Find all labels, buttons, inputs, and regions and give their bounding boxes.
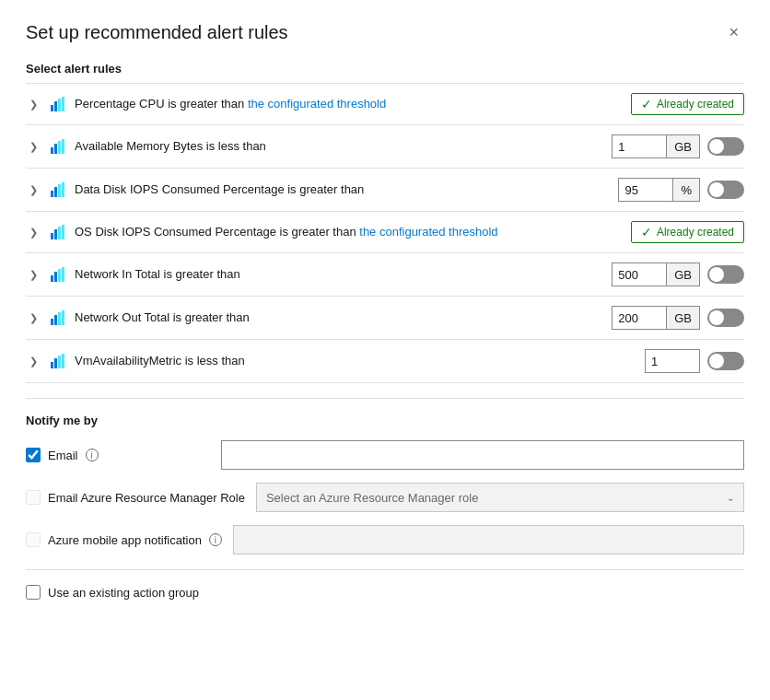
email-input[interactable]: azure-user-123@gmail.com [221, 440, 744, 470]
threshold-input-disk_iops[interactable] [618, 178, 673, 202]
rules-list: ❯ Percentage CPU is greater than the con… [26, 83, 744, 383]
toggle-network_out[interactable] [707, 309, 744, 327]
metric-icon-os_disk [49, 223, 67, 241]
svg-rect-24 [51, 362, 53, 368]
unit-label-network_in: GB [667, 262, 700, 286]
unit-label-network_out: GB [667, 306, 700, 330]
dialog-title: Set up recommended alert rules [26, 22, 288, 43]
expand-btn-disk_iops[interactable]: ❯ [26, 182, 41, 198]
email-label: Email [48, 449, 78, 462]
svg-rect-14 [58, 227, 61, 239]
svg-rect-12 [51, 233, 53, 239]
svg-rect-8 [51, 191, 53, 197]
email-arm-checkbox-label: Email Azure Resource Manager Role [26, 490, 245, 505]
threshold-input-vm_availability[interactable] [645, 349, 700, 373]
input-group-vm_availability [645, 349, 700, 373]
arm-role-dropdown[interactable]: Select an Azure Resource Manager role ⌄ [256, 483, 744, 512]
metric-icon-cpu [49, 95, 67, 113]
rule-text-disk_iops: Data Disk IOPS Consumed Percentage is gr… [75, 181, 611, 198]
section-divider [26, 398, 744, 399]
rule-text-vm_availability: VmAvailabilityMetric is less than [75, 353, 637, 369]
email-arm-label: Email Azure Resource Manager Role [48, 491, 245, 505]
toggle-disk_iops[interactable] [707, 181, 744, 199]
rule-text-cpu: Percentage CPU is greater than the confi… [75, 96, 624, 112]
mobile-app-label: Azure mobile app notification [48, 533, 202, 547]
action-group-label: Use an existing action group [48, 586, 199, 600]
expand-btn-vm_availability[interactable]: ❯ [26, 354, 41, 369]
dialog-header: Set up recommended alert rules × [26, 22, 744, 43]
rule-text-network_in: Network In Total is greater than [75, 266, 604, 283]
rule-text-os_disk: OS Disk IOPS Consumed Percentage is grea… [75, 224, 624, 240]
toggle-slider-vm_availability [707, 352, 744, 370]
check-circle-icon-cpu: ✓ [641, 97, 652, 111]
threshold-input-network_out[interactable] [612, 306, 667, 330]
svg-rect-16 [51, 275, 53, 282]
action-group-divider [26, 569, 744, 570]
select-alert-rules-label: Select alert rules [26, 62, 744, 76]
metric-icon-vm_availability [49, 352, 67, 370]
svg-rect-10 [58, 184, 61, 197]
email-info-icon[interactable]: i [86, 449, 99, 461]
svg-rect-18 [58, 269, 61, 282]
toggle-slider-memory [707, 137, 744, 156]
threshold-input-memory[interactable] [612, 134, 667, 158]
rule-row-vm_availability: ❯ VmAvailabilityMetric is less than [26, 340, 744, 383]
svg-rect-20 [51, 319, 53, 325]
svg-rect-25 [54, 358, 57, 368]
expand-btn-cpu[interactable]: ❯ [26, 97, 41, 112]
close-button[interactable]: × [723, 22, 744, 42]
action-group-checkbox[interactable] [26, 585, 41, 600]
input-group-disk_iops: % [618, 178, 700, 202]
expand-btn-network_in[interactable]: ❯ [26, 267, 41, 283]
already-created-label-cpu: Already created [657, 98, 734, 111]
rule-row-network_out: ❯ Network Out Total is greater than GB [26, 297, 744, 340]
unit-label-memory: GB [667, 134, 700, 158]
already-created-badge-cpu: ✓Already created [631, 93, 744, 115]
arm-role-placeholder: Select an Azure Resource Manager role [266, 491, 479, 505]
check-circle-icon-os_disk: ✓ [641, 225, 652, 239]
svg-rect-5 [54, 144, 57, 154]
toggle-network_in[interactable] [707, 265, 744, 284]
expand-btn-network_out[interactable]: ❯ [26, 310, 41, 326]
metric-icon-network_in [49, 265, 67, 284]
notify-label: Notify me by [26, 414, 744, 427]
svg-rect-9 [54, 187, 57, 197]
toggle-vm_availability[interactable] [707, 352, 744, 370]
expand-btn-memory[interactable]: ❯ [26, 139, 41, 155]
email-checkbox-label[interactable]: Email i [26, 448, 210, 462]
email-arm-checkbox[interactable] [26, 490, 41, 505]
svg-rect-27 [62, 354, 64, 368]
mobile-app-checkbox-label: Azure mobile app notification i [26, 532, 222, 547]
rule-link-os_disk[interactable]: the configurated threshold [359, 225, 497, 239]
rule-text-memory: Available Memory Bytes is less than [75, 138, 604, 155]
mobile-app-info-icon[interactable]: i [209, 533, 222, 546]
svg-rect-3 [62, 97, 64, 111]
rule-row-disk_iops: ❯ Data Disk IOPS Consumed Percentage is … [26, 169, 744, 212]
email-checkbox[interactable] [26, 448, 41, 462]
notify-section: Notify me by Email i azure-user-123@gmai… [26, 414, 744, 554]
expand-btn-os_disk[interactable]: ❯ [26, 225, 41, 240]
already-created-label-os_disk: Already created [657, 226, 734, 239]
toggle-slider-disk_iops [707, 181, 744, 199]
rule-link-cpu[interactable]: the configurated threshold [248, 97, 386, 111]
input-group-memory: GB [612, 134, 700, 158]
svg-rect-6 [58, 141, 61, 154]
rule-text-network_out: Network Out Total is greater than [75, 309, 604, 326]
svg-rect-21 [54, 315, 57, 325]
action-group-checkbox-label[interactable]: Use an existing action group [26, 585, 210, 600]
mobile-app-row: Azure mobile app notification i [26, 525, 744, 554]
rule-row-cpu: ❯ Percentage CPU is greater than the con… [26, 84, 744, 125]
svg-rect-0 [51, 105, 53, 111]
svg-rect-19 [62, 267, 64, 282]
svg-rect-2 [58, 99, 61, 111]
toggle-memory[interactable] [707, 137, 744, 156]
unit-label-disk_iops: % [673, 178, 700, 202]
threshold-input-network_in[interactable] [612, 262, 667, 286]
action-group-row: Use an existing action group [26, 585, 744, 600]
svg-rect-17 [54, 272, 57, 282]
rule-row-os_disk: ❯ OS Disk IOPS Consumed Percentage is gr… [26, 212, 744, 253]
mobile-app-checkbox[interactable] [26, 532, 41, 547]
metric-icon-network_out [49, 309, 67, 327]
svg-rect-7 [62, 139, 64, 154]
svg-rect-23 [62, 310, 64, 325]
